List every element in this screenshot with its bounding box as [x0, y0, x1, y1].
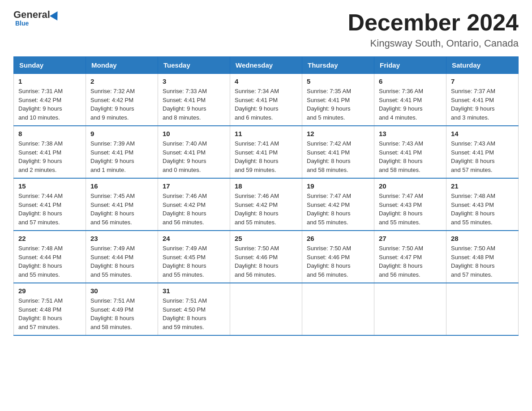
calendar-cell: 14Sunrise: 7:43 AMSunset: 4:41 PMDayligh…: [446, 126, 519, 178]
calendar-cell: [446, 283, 519, 335]
day-info: Sunrise: 7:41 AMSunset: 4:41 PMDaylight:…: [235, 139, 297, 174]
day-info: Sunrise: 7:37 AMSunset: 4:41 PMDaylight:…: [451, 87, 514, 122]
calendar-table: SundayMondayTuesdayWednesdayThursdayFrid…: [13, 56, 519, 336]
day-info: Sunrise: 7:46 AMSunset: 4:42 PMDaylight:…: [235, 192, 297, 227]
day-number: 7: [451, 77, 514, 85]
calendar-cell: 28Sunrise: 7:50 AMSunset: 4:48 PMDayligh…: [446, 231, 519, 283]
calendar-cell: 26Sunrise: 7:50 AMSunset: 4:46 PMDayligh…: [302, 231, 374, 283]
calendar-cell: 22Sunrise: 7:48 AMSunset: 4:44 PMDayligh…: [14, 231, 86, 283]
day-number: 26: [307, 235, 369, 242]
weekday-header-row: SundayMondayTuesdayWednesdayThursdayFrid…: [14, 57, 519, 74]
calendar-cell: 16Sunrise: 7:45 AMSunset: 4:41 PMDayligh…: [86, 178, 158, 231]
weekday-header-saturday: Saturday: [446, 57, 519, 74]
day-info: Sunrise: 7:32 AMSunset: 4:42 PMDaylight:…: [90, 87, 153, 122]
day-info: Sunrise: 7:35 AMSunset: 4:41 PMDaylight:…: [307, 87, 369, 122]
day-info: Sunrise: 7:38 AMSunset: 4:41 PMDaylight:…: [18, 139, 81, 174]
day-info: Sunrise: 7:43 AMSunset: 4:41 PMDaylight:…: [379, 139, 442, 174]
day-number: 17: [163, 182, 225, 190]
day-number: 12: [307, 130, 369, 137]
calendar-cell: 1Sunrise: 7:31 AMSunset: 4:42 PMDaylight…: [14, 74, 86, 126]
logo-triangle-icon: [50, 9, 61, 21]
day-number: 8: [18, 130, 81, 137]
day-info: Sunrise: 7:50 AMSunset: 4:46 PMDaylight:…: [235, 244, 297, 279]
logo-blue: Blue: [15, 20, 29, 27]
calendar-cell: 29Sunrise: 7:51 AMSunset: 4:48 PMDayligh…: [14, 283, 86, 335]
day-number: 28: [451, 235, 514, 242]
calendar-cell: 23Sunrise: 7:49 AMSunset: 4:44 PMDayligh…: [86, 231, 158, 283]
day-info: Sunrise: 7:47 AMSunset: 4:43 PMDaylight:…: [379, 192, 442, 227]
day-number: 5: [307, 77, 369, 85]
calendar-week-row: 8Sunrise: 7:38 AMSunset: 4:41 PMDaylight…: [14, 126, 519, 178]
logo-general: General: [13, 9, 50, 21]
day-number: 11: [235, 130, 297, 137]
day-info: Sunrise: 7:50 AMSunset: 4:48 PMDaylight:…: [451, 244, 514, 279]
day-number: 2: [90, 77, 153, 85]
calendar-week-row: 22Sunrise: 7:48 AMSunset: 4:44 PMDayligh…: [14, 231, 519, 283]
weekday-header-friday: Friday: [374, 57, 446, 74]
day-number: 16: [90, 182, 153, 190]
day-number: 15: [18, 182, 81, 190]
calendar-cell: 19Sunrise: 7:47 AMSunset: 4:42 PMDayligh…: [302, 178, 374, 231]
day-number: 29: [18, 287, 81, 295]
day-info: Sunrise: 7:49 AMSunset: 4:44 PMDaylight:…: [90, 244, 153, 279]
calendar-cell: 30Sunrise: 7:51 AMSunset: 4:49 PMDayligh…: [86, 283, 158, 335]
day-info: Sunrise: 7:33 AMSunset: 4:41 PMDaylight:…: [163, 87, 225, 122]
day-number: 10: [163, 130, 225, 137]
weekday-header-wednesday: Wednesday: [230, 57, 302, 74]
calendar-cell: 8Sunrise: 7:38 AMSunset: 4:41 PMDaylight…: [14, 126, 86, 178]
calendar-cell: 6Sunrise: 7:36 AMSunset: 4:41 PMDaylight…: [374, 74, 446, 126]
calendar-cell: [374, 283, 446, 335]
day-number: 9: [90, 130, 153, 137]
day-number: 22: [18, 235, 81, 242]
calendar-cell: 18Sunrise: 7:46 AMSunset: 4:42 PMDayligh…: [230, 178, 302, 231]
calendar-cell: 25Sunrise: 7:50 AMSunset: 4:46 PMDayligh…: [230, 231, 302, 283]
day-info: Sunrise: 7:50 AMSunset: 4:46 PMDaylight:…: [307, 244, 369, 279]
calendar-cell: 11Sunrise: 7:41 AMSunset: 4:41 PMDayligh…: [230, 126, 302, 178]
calendar-cell: 7Sunrise: 7:37 AMSunset: 4:41 PMDaylight…: [446, 74, 519, 126]
day-info: Sunrise: 7:31 AMSunset: 4:42 PMDaylight:…: [18, 87, 81, 122]
calendar-cell: 4Sunrise: 7:34 AMSunset: 4:41 PMDaylight…: [230, 74, 302, 126]
day-number: 21: [451, 182, 514, 190]
day-number: 6: [379, 77, 442, 85]
day-number: 13: [379, 130, 442, 137]
logo: General Blue: [13, 9, 61, 27]
calendar-week-row: 29Sunrise: 7:51 AMSunset: 4:48 PMDayligh…: [14, 283, 519, 335]
day-number: 31: [163, 287, 225, 295]
day-info: Sunrise: 7:39 AMSunset: 4:41 PMDaylight:…: [90, 139, 153, 174]
calendar-cell: 10Sunrise: 7:40 AMSunset: 4:41 PMDayligh…: [158, 126, 230, 178]
weekday-header-sunday: Sunday: [14, 57, 86, 74]
calendar-cell: 24Sunrise: 7:49 AMSunset: 4:45 PMDayligh…: [158, 231, 230, 283]
calendar-title-area: December 2024 Kingsway South, Ontario, C…: [348, 9, 519, 49]
weekday-header-thursday: Thursday: [302, 57, 374, 74]
day-info: Sunrise: 7:51 AMSunset: 4:50 PMDaylight:…: [163, 296, 225, 331]
day-info: Sunrise: 7:47 AMSunset: 4:42 PMDaylight:…: [307, 192, 369, 227]
day-info: Sunrise: 7:48 AMSunset: 4:43 PMDaylight:…: [451, 192, 514, 227]
day-number: 18: [235, 182, 297, 190]
logo-text: General: [13, 9, 61, 21]
day-number: 23: [90, 235, 153, 242]
calendar-week-row: 1Sunrise: 7:31 AMSunset: 4:42 PMDaylight…: [14, 74, 519, 126]
calendar-cell: 2Sunrise: 7:32 AMSunset: 4:42 PMDaylight…: [86, 74, 158, 126]
calendar-cell: 5Sunrise: 7:35 AMSunset: 4:41 PMDaylight…: [302, 74, 374, 126]
day-info: Sunrise: 7:43 AMSunset: 4:41 PMDaylight:…: [451, 139, 514, 174]
calendar-cell: 21Sunrise: 7:48 AMSunset: 4:43 PMDayligh…: [446, 178, 519, 231]
day-info: Sunrise: 7:44 AMSunset: 4:41 PMDaylight:…: [18, 192, 81, 227]
calendar-subtitle: Kingsway South, Ontario, Canada: [348, 38, 519, 49]
page-header: General Blue December 2024 Kingsway Sout…: [13, 9, 519, 49]
day-info: Sunrise: 7:40 AMSunset: 4:41 PMDaylight:…: [163, 139, 225, 174]
day-number: 14: [451, 130, 514, 137]
day-info: Sunrise: 7:42 AMSunset: 4:41 PMDaylight:…: [307, 139, 369, 174]
day-info: Sunrise: 7:50 AMSunset: 4:47 PMDaylight:…: [379, 244, 442, 279]
day-number: 19: [307, 182, 369, 190]
day-info: Sunrise: 7:34 AMSunset: 4:41 PMDaylight:…: [235, 87, 297, 122]
weekday-header-monday: Monday: [86, 57, 158, 74]
calendar-cell: [230, 283, 302, 335]
calendar-cell: 17Sunrise: 7:46 AMSunset: 4:42 PMDayligh…: [158, 178, 230, 231]
calendar-cell: 15Sunrise: 7:44 AMSunset: 4:41 PMDayligh…: [14, 178, 86, 231]
calendar-cell: 13Sunrise: 7:43 AMSunset: 4:41 PMDayligh…: [374, 126, 446, 178]
day-info: Sunrise: 7:51 AMSunset: 4:48 PMDaylight:…: [18, 296, 81, 331]
day-number: 25: [235, 235, 297, 242]
day-info: Sunrise: 7:48 AMSunset: 4:44 PMDaylight:…: [18, 244, 81, 279]
day-number: 20: [379, 182, 442, 190]
day-info: Sunrise: 7:49 AMSunset: 4:45 PMDaylight:…: [163, 244, 225, 279]
